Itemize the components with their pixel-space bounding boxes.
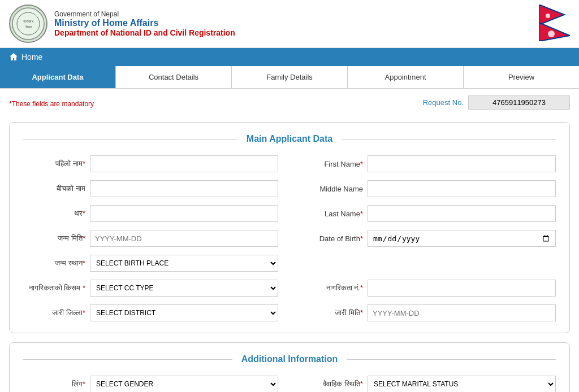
gov-line: Government of Nepal (54, 10, 235, 18)
svg-text:नेपाल: नेपाल (25, 25, 32, 29)
last-name-label: Last Name* (301, 210, 363, 218)
birth-place-select[interactable]: SELECT BIRTH PLACE (90, 255, 278, 272)
bichko-naam-row: बीचको नाम (23, 180, 278, 197)
add-title-line-right (347, 359, 556, 360)
tab-bar: Applicant Data Contact Details Family De… (0, 66, 579, 89)
marital-status-select[interactable]: SELECT MARITAL STATUS (368, 376, 556, 392)
district-select[interactable]: SELECT DISTRICT (90, 304, 278, 321)
tab-family-details[interactable]: Family Details (232, 66, 348, 88)
nagarikta-no-row: नागरिकता नं.* (301, 280, 556, 297)
jaari-miti-label: जारी मिति* (301, 308, 363, 317)
svg-marker-4 (539, 5, 564, 25)
vaivahik-label: वैवाहिक स्थिति* (301, 380, 363, 389)
vaivahik-row: वैवाहिक स्थिति* SELECT MARITAL STATUS (301, 376, 556, 392)
thar-input[interactable] (90, 205, 278, 222)
dob-input[interactable] (368, 230, 556, 247)
first-name-row: First Name* (301, 155, 556, 172)
nagarikta-no-input[interactable] (368, 280, 556, 297)
nagarikta-kisam-label: नागरिकताको किसम * (23, 284, 85, 293)
first-name-input[interactable] (368, 155, 556, 172)
tab-appointment[interactable]: Appointment (348, 66, 464, 88)
pahilo-naam-row: पहिलो नाम* (23, 155, 278, 172)
bichko-naam-label: बीचको नाम (23, 184, 85, 193)
svg-point-6 (546, 14, 550, 18)
additional-section-title: Additional Information (232, 354, 347, 364)
dob-label: Date of Birth* (301, 234, 363, 243)
additional-section-title-wrapper: Additional Information (23, 354, 556, 364)
additional-info-section: Additional Information लिंग* SELECT GEND… (9, 342, 570, 392)
middle-name-input[interactable] (368, 180, 556, 197)
gender-select[interactable]: SELECT GENDER (90, 376, 278, 392)
janma-sthan-label: जन्म स्थान* (23, 259, 85, 268)
jaari-miti-input[interactable] (368, 304, 556, 321)
nagarikta-kisam-row: नागरिकताको किसम * SELECT CC TYPE (23, 280, 278, 297)
tab-preview[interactable]: Preview (464, 66, 579, 88)
request-no-value: 4765911950273 (468, 95, 570, 110)
pahilo-naam-label: पहिलो नाम* (23, 159, 85, 168)
svg-text:सरकार: सरकार (23, 19, 34, 23)
tab-contact-details[interactable]: Contact Details (116, 66, 232, 88)
request-no-label: Request No. (423, 98, 464, 107)
janma-miti-row: जन्म मिति* (23, 230, 278, 247)
thar-row: थर* (23, 205, 278, 222)
middle-name-label: Middle Name (301, 185, 363, 193)
svg-marker-5 (539, 23, 570, 41)
main-applicant-section: Main Applicant Data पहिलो नाम* First Nam… (9, 122, 570, 333)
jaari-jilla-label: जारी जिल्ला* (23, 308, 85, 317)
bichko-naam-input[interactable] (90, 180, 278, 197)
cc-type-select[interactable]: SELECT CC TYPE (90, 280, 278, 297)
ministry-name: Ministry of Home Affairs (54, 18, 235, 28)
home-label: Home (21, 53, 42, 62)
ling-row: लिंग* SELECT GENDER (23, 376, 278, 392)
jaari-jilla-row: जारी जिल्ला* SELECT DISTRICT (23, 304, 278, 321)
last-name-row: Last Name* (301, 205, 556, 222)
main-section-title-wrapper: Main Applicant Data (23, 134, 556, 144)
home-link[interactable]: Home (9, 53, 42, 62)
dob-row: Date of Birth* (301, 230, 556, 247)
main-content: *These fields are mandatory Request No. … (0, 89, 579, 392)
nepal-flag (539, 5, 570, 43)
navbar: Home (0, 48, 579, 66)
department-name: Department of National ID and Civil Regi… (54, 28, 235, 37)
main-section-title: Main Applicant Data (237, 134, 342, 144)
middle-name-row: Middle Name (301, 180, 556, 197)
last-name-input[interactable] (368, 205, 556, 222)
janma-miti-label: जन्म मिति* (23, 234, 85, 243)
main-form-grid: पहिलो नाम* First Name* बीचको नाम Middle … (23, 155, 556, 321)
jaari-miti-row: जारी मिति* (301, 304, 556, 321)
gov-logo: सरकार नेपाल (9, 5, 47, 43)
tab-applicant-data[interactable]: Applicant Data (0, 66, 116, 88)
first-name-label: First Name* (301, 160, 363, 168)
ling-label: लिंग* (23, 380, 85, 389)
thar-label: थर* (23, 209, 85, 218)
janma-miti-input[interactable] (90, 230, 278, 247)
nagarikta-no-label: नागरिकता नं.* (301, 284, 363, 293)
title-line-left (23, 139, 237, 140)
header: सरकार नेपाल Government of Nepal Ministry… (0, 0, 579, 48)
empty-row-5 (301, 255, 556, 272)
add-title-line-left (23, 359, 232, 360)
svg-point-7 (548, 31, 555, 37)
home-icon (9, 53, 18, 62)
mandatory-note: *These fields are mandatory (9, 100, 94, 108)
header-left: सरकार नेपाल Government of Nepal Ministry… (9, 5, 235, 43)
additional-form-grid: लिंग* SELECT GENDER वैवाहिक स्थिति* SELE… (23, 376, 556, 392)
request-row: Request No. 4765911950273 (423, 95, 570, 110)
janma-sthan-row: जन्म स्थान* SELECT BIRTH PLACE (23, 255, 278, 272)
pahilo-naam-input[interactable] (90, 155, 278, 172)
title-line-right (342, 139, 556, 140)
header-text: Government of Nepal Ministry of Home Aff… (54, 10, 235, 37)
